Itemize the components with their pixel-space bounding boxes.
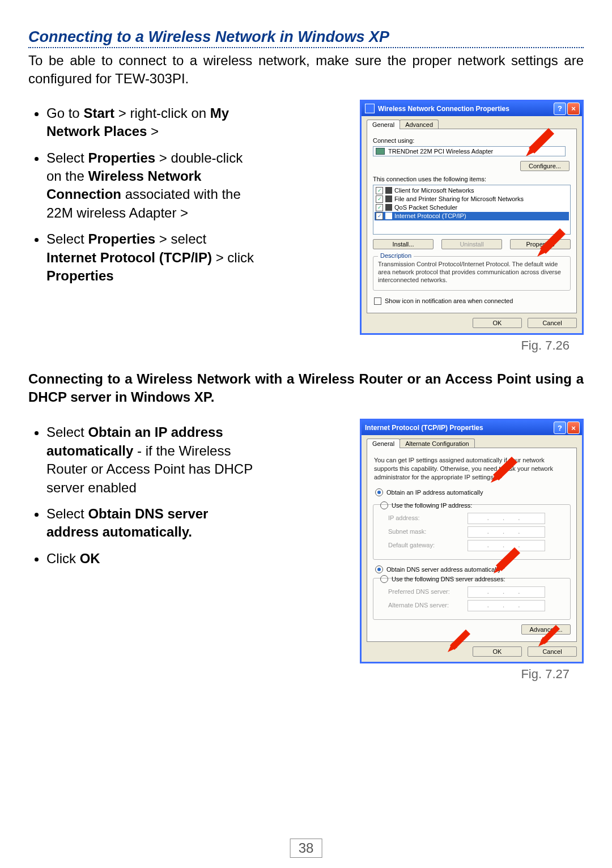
label-use-dns: Use the following DNS server addresses: <box>392 576 505 582</box>
figure-caption: Fig. 7.26 <box>521 338 570 353</box>
label-obtain-ip-auto: Obtain an IP address automatically <box>386 489 483 496</box>
arrow-icon <box>443 629 471 658</box>
tcpip-icon <box>385 212 392 219</box>
window-title: Internet Protocol (TCP/IP) Properties <box>365 424 552 432</box>
items-label: This connection uses the following items… <box>373 176 571 182</box>
label-obtain-dns-auto: Obtain DNS server address automatically <box>386 566 501 573</box>
figure-caption: Fig. 7.27 <box>521 667 570 682</box>
label-use-ip: Use the following IP address: <box>392 502 472 509</box>
uninstall-button: Uninstall <box>441 239 502 249</box>
list-item: Go to Start > right-click on My Network … <box>46 104 255 141</box>
list-item: Click OK <box>46 550 255 568</box>
preferred-dns-field: . . . <box>468 586 545 598</box>
close-button[interactable]: × <box>567 103 580 115</box>
preferred-dns-label: Preferred DNS server: <box>388 588 468 595</box>
alternate-dns-field: . . . <box>468 600 545 611</box>
adapter-icon <box>376 148 385 155</box>
subnet-mask-label: Subnet mask: <box>388 528 468 535</box>
install-button[interactable]: Install... <box>373 239 434 249</box>
subnet-mask-field: . . . <box>468 526 545 538</box>
list-item: Select Properties > select Internet Prot… <box>46 230 255 285</box>
ok-button[interactable]: OK <box>473 646 522 657</box>
ip-address-label: IP address: <box>388 514 468 521</box>
list-item[interactable]: ✓QoS Packet Scheduler <box>375 203 569 212</box>
description-text: Transmission Control Protocol/Internet P… <box>378 260 566 284</box>
list-item: Select Obtain DNS server address automat… <box>46 505 255 542</box>
window-icon <box>365 104 375 113</box>
arrow-icon <box>486 457 517 488</box>
tab-advanced[interactable]: Advanced <box>400 120 439 129</box>
instructions-list-2: Select Obtain an IP address automaticall… <box>28 419 255 576</box>
radio-use-ip[interactable] <box>380 501 388 509</box>
ok-button[interactable]: OK <box>473 318 522 328</box>
help-button[interactable]: ? <box>554 103 566 115</box>
radio-obtain-dns-auto[interactable] <box>375 565 383 573</box>
list-item: Select Obtain an IP address automaticall… <box>46 423 255 497</box>
show-icon-checkbox[interactable]: ✓ <box>374 297 381 305</box>
cancel-button[interactable]: Cancel <box>528 318 577 328</box>
radio-obtain-ip-auto[interactable] <box>375 488 383 496</box>
client-icon <box>385 187 392 194</box>
titlebar[interactable]: Internet Protocol (TCP/IP) Properties ? … <box>362 420 582 435</box>
tab-alt-config[interactable]: Alternate Configuration <box>400 439 475 448</box>
tab-general[interactable]: General <box>367 120 400 129</box>
subsection-heading: Connecting to a Wireless Network with a … <box>28 370 584 407</box>
window-title: Wireless Network Connection Properties <box>378 105 552 113</box>
configure-button[interactable]: Configure... <box>520 161 570 171</box>
arrow-icon <box>520 128 554 162</box>
titlebar[interactable]: Wireless Network Connection Properties ?… <box>362 101 582 116</box>
help-button[interactable]: ? <box>554 422 566 434</box>
share-icon <box>385 195 392 202</box>
alternate-dns-label: Alternate DNS server: <box>388 602 468 609</box>
arrow-icon <box>489 547 520 578</box>
description-label: Description <box>378 252 414 259</box>
tab-general[interactable]: General <box>367 439 400 448</box>
ip-address-field: . . . <box>468 513 545 524</box>
intro-paragraph: To be able to connect to a wireless netw… <box>28 52 584 88</box>
close-button[interactable]: × <box>567 422 580 434</box>
tcpip-properties-dialog: Internet Protocol (TCP/IP) Properties ? … <box>360 419 584 663</box>
list-item: Select Properties > double-click on the … <box>46 149 255 223</box>
radio-use-dns[interactable] <box>380 575 388 583</box>
arrow-icon <box>532 228 566 262</box>
items-list[interactable]: ✓Client for Microsoft Networks ✓File and… <box>373 185 571 235</box>
section-heading: Connecting to a Wireless Network in Wind… <box>28 28 584 48</box>
show-icon-label: Show icon in notification area when conn… <box>385 297 513 304</box>
list-item[interactable]: ✓File and Printer Sharing for Microsoft … <box>375 195 569 203</box>
qos-icon <box>385 204 392 211</box>
instructions-list-1: Go to Start > right-click on My Network … <box>28 100 255 293</box>
list-item-selected[interactable]: ✓Internet Protocol (TCP/IP) <box>375 212 569 220</box>
adapter-name: TRENDnet 22M PCI Wireless Adapter <box>388 148 493 155</box>
list-item[interactable]: ✓Client for Microsoft Networks <box>375 186 569 195</box>
gateway-label: Default gateway: <box>388 542 468 548</box>
cancel-button[interactable]: Cancel <box>528 646 577 657</box>
info-text: You can get IP settings assigned automat… <box>374 456 570 482</box>
wireless-connection-properties-dialog: Wireless Network Connection Properties ?… <box>360 100 584 335</box>
page-number: 38 <box>290 839 322 858</box>
